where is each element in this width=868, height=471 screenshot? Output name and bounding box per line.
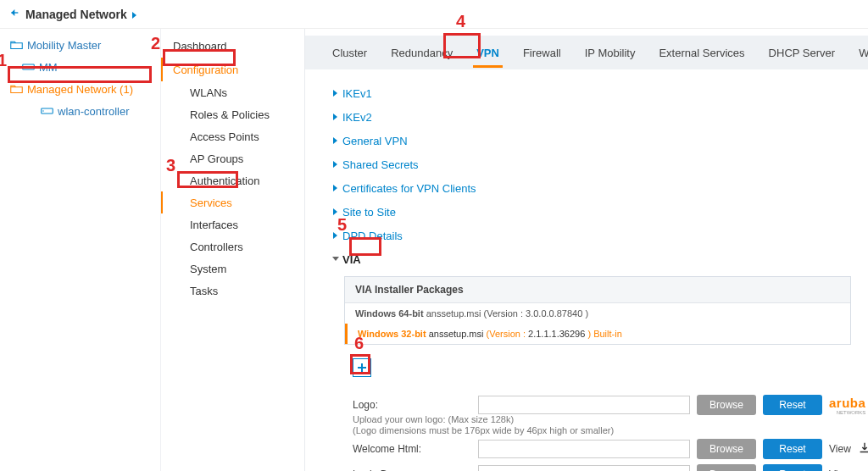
browse-button[interactable]: Browse <box>697 439 756 459</box>
reset-button[interactable]: Reset <box>763 439 822 459</box>
tab-dhcp-server[interactable]: DHCP Server <box>757 36 848 69</box>
view-link[interactable]: View <box>829 443 851 455</box>
banner-input[interactable] <box>478 465 690 471</box>
tab-vpn[interactable]: VPN <box>465 36 511 69</box>
menu-interfaces[interactable]: Interfaces <box>161 213 304 236</box>
chevron-right-icon <box>329 231 342 240</box>
aruba-logo: arubaNETWORKS <box>829 396 865 415</box>
via-package-row[interactable]: Windows 64-bit anssetup.msi (Version : 3… <box>345 303 850 324</box>
chevron-right-icon <box>329 160 342 169</box>
via-panel-title: VIA Installer Packages <box>345 277 850 303</box>
menu-access-points[interactable]: Access Points <box>161 125 304 147</box>
chevron-right-icon <box>329 89 342 97</box>
tab-firewall[interactable]: Firewall <box>511 36 573 69</box>
tree-mobility-master[interactable]: Mobility Master <box>0 34 160 56</box>
via-form: Logo: Browse Reset arubaNETWORKS Upload … <box>353 392 834 471</box>
via-package-row-selected[interactable]: Windows 32-bit anssetup.msi (Version : 2… <box>345 324 850 344</box>
tree-wlan-controller[interactable]: wlan-controller <box>0 100 160 122</box>
chevron-right-icon <box>329 208 342 216</box>
welcome-input[interactable] <box>478 440 690 458</box>
acc-via[interactable]: VIA <box>329 247 868 271</box>
browse-button[interactable]: Browse <box>697 464 756 471</box>
tab-cluster[interactable]: Cluster <box>320 36 379 69</box>
menu-services[interactable]: Services <box>161 191 304 213</box>
menu-dashboard[interactable]: Dashboard <box>161 34 304 58</box>
label-logo: Logo: <box>353 399 471 411</box>
acc-certificates[interactable]: Certificates for VPN Clients <box>329 176 868 200</box>
back-icon[interactable] <box>7 6 20 22</box>
svg-rect-0 <box>11 12 18 13</box>
hierarchy-tree: Mobility Master MM Managed Network (1) w… <box>0 29 161 471</box>
acc-ikev1[interactable]: IKEv1 <box>329 81 868 105</box>
menu-wlans[interactable]: WLANs <box>161 81 304 103</box>
via-installer-panel: VIA Installer Packages Windows 64-bit an… <box>344 276 851 345</box>
acc-dpd-details[interactable]: DPD Details <box>329 224 868 247</box>
tree-managed-network[interactable]: Managed Network (1) <box>0 78 160 100</box>
tab-redundancy[interactable]: Redundancy <box>379 36 465 69</box>
folder-open-icon <box>8 83 24 95</box>
reset-button[interactable]: Reset <box>763 395 822 415</box>
service-tabs: Cluster Redundancy VPN Firewall IP Mobil… <box>305 36 868 69</box>
svg-point-4 <box>42 110 44 112</box>
reset-button[interactable]: Reset <box>763 464 822 471</box>
acc-shared-secrets[interactable]: Shared Secrets <box>329 152 868 176</box>
chevron-right-icon <box>329 113 342 121</box>
acc-general-vpn[interactable]: General VPN <box>329 129 868 152</box>
acc-ikev2[interactable]: IKEv2 <box>329 105 868 129</box>
device-icon <box>39 105 54 117</box>
acc-site-to-site[interactable]: Site to Site <box>329 200 868 224</box>
menu-ap-groups[interactable]: AP Groups <box>161 147 304 169</box>
logo-help-text: Upload your own logo: (Max size 128k)(Lo… <box>353 414 690 436</box>
menu-configuration[interactable]: Configuration <box>161 58 304 81</box>
svg-point-2 <box>24 66 25 68</box>
vpn-accordion: IKEv1 IKEv2 General VPN Shared Secrets C… <box>305 69 868 271</box>
breadcrumb-bar: Managed Network <box>0 0 868 29</box>
folder-open-icon <box>8 39 24 51</box>
add-button[interactable] <box>353 358 371 377</box>
label-welcome-html: Welcome Html: <box>353 443 471 455</box>
breadcrumb-title[interactable]: Managed Network <box>25 8 127 21</box>
browse-button[interactable]: Browse <box>697 395 756 415</box>
tab-external-services[interactable]: External Services <box>647 36 756 69</box>
menu-system[interactable]: System <box>161 258 304 280</box>
menu-roles[interactable]: Roles & Policies <box>161 103 304 125</box>
download-icon[interactable] <box>858 441 868 457</box>
menu-controllers[interactable]: Controllers <box>161 236 304 258</box>
logo-input[interactable] <box>478 396 690 414</box>
menu-authentication[interactable]: Authentication <box>161 169 304 191</box>
chevron-right-icon <box>329 184 342 192</box>
chevron-right-icon <box>127 8 139 20</box>
chevron-right-icon <box>329 136 342 145</box>
main-pane: Cluster Redundancy VPN Firewall IP Mobil… <box>305 29 868 471</box>
tab-wan[interactable]: WAN <box>847 36 868 69</box>
menu-tasks[interactable]: Tasks <box>161 280 304 302</box>
chevron-down-icon <box>329 255 342 263</box>
device-icon <box>20 61 36 73</box>
tab-ip-mobility[interactable]: IP Mobility <box>573 36 648 69</box>
section-menu: Dashboard Configuration WLANs Roles & Po… <box>161 29 305 471</box>
tree-mm[interactable]: MM <box>0 56 160 78</box>
